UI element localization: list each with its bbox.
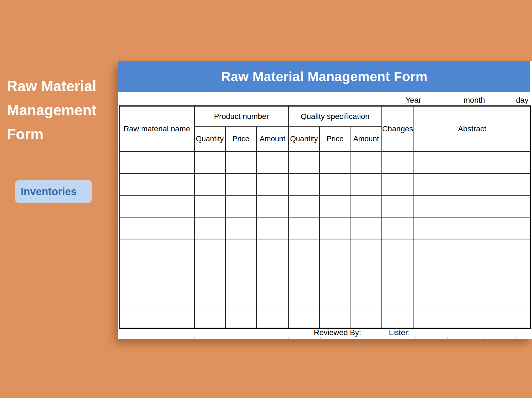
table-cell[interactable] xyxy=(382,196,414,218)
spreadsheet: Raw Material Management Form Year month … xyxy=(118,61,532,339)
month-label: month xyxy=(463,96,485,105)
table-cell[interactable] xyxy=(257,218,289,240)
table-cell[interactable] xyxy=(414,306,531,328)
table-cell[interactable] xyxy=(414,196,531,218)
table-row xyxy=(119,196,531,218)
table-cell[interactable] xyxy=(320,306,351,328)
table-row xyxy=(119,218,531,240)
grid-tick xyxy=(384,337,384,339)
table-cell[interactable] xyxy=(351,306,382,328)
table-cell[interactable] xyxy=(414,284,531,306)
table-cell[interactable] xyxy=(382,152,414,174)
table-cell[interactable] xyxy=(414,152,531,174)
table-cell[interactable] xyxy=(194,262,225,284)
table-cell[interactable] xyxy=(382,306,414,328)
table-cell[interactable] xyxy=(257,152,289,174)
table-cell[interactable] xyxy=(225,240,257,262)
table-cell[interactable] xyxy=(119,306,194,328)
table-cell[interactable] xyxy=(289,240,320,262)
table-cell[interactable] xyxy=(119,240,194,262)
table-cell[interactable] xyxy=(257,284,289,306)
table-cell[interactable] xyxy=(119,196,194,218)
table-cell[interactable] xyxy=(119,284,194,306)
table-cell[interactable] xyxy=(320,284,351,306)
table-cell[interactable] xyxy=(194,218,225,240)
table-cell[interactable] xyxy=(225,306,257,328)
table-cell[interactable] xyxy=(414,174,531,196)
grid-tick xyxy=(415,337,416,339)
table-cell[interactable] xyxy=(351,174,382,196)
table-cell[interactable] xyxy=(382,284,414,306)
table-cell[interactable] xyxy=(225,284,257,306)
table-cell[interactable] xyxy=(225,262,257,284)
table-cell[interactable] xyxy=(414,218,531,240)
date-row: Year month day xyxy=(118,92,530,105)
table-cell[interactable] xyxy=(351,240,382,262)
table-cell[interactable] xyxy=(257,240,289,262)
table-cell[interactable] xyxy=(257,262,289,284)
subheader-qs-amount: Amount xyxy=(351,127,382,152)
table-row xyxy=(119,262,531,284)
header-product-number: Product number xyxy=(194,106,289,127)
table-cell[interactable] xyxy=(351,218,382,240)
table-cell[interactable] xyxy=(414,240,531,262)
table-cell[interactable] xyxy=(225,152,257,174)
table-cell[interactable] xyxy=(257,306,289,328)
table-cell[interactable] xyxy=(320,196,351,218)
table-cell[interactable] xyxy=(351,284,382,306)
table-cell[interactable] xyxy=(289,306,320,328)
hero-title-line-2: Management xyxy=(7,98,96,122)
table-cell[interactable] xyxy=(320,152,351,174)
table-cell[interactable] xyxy=(225,174,257,196)
table-cell[interactable] xyxy=(194,306,225,328)
table-cell[interactable] xyxy=(194,240,225,262)
table-cell[interactable] xyxy=(351,152,382,174)
table-cell[interactable] xyxy=(289,196,320,218)
subheader-pn-amount: Amount xyxy=(257,127,289,152)
grid-tick xyxy=(288,337,289,339)
sheet-footer: Reviewed By: Lister: xyxy=(118,328,530,337)
table-cell[interactable] xyxy=(382,262,414,284)
table-cell[interactable] xyxy=(119,218,194,240)
table-cell[interactable] xyxy=(320,218,351,240)
grid-tick xyxy=(225,337,225,339)
table-cell[interactable] xyxy=(289,284,320,306)
hero-title-line-1: Raw Material xyxy=(7,74,96,98)
inventories-badge-label: Inventories xyxy=(21,186,77,198)
table-cell[interactable] xyxy=(351,262,382,284)
table-cell[interactable] xyxy=(382,218,414,240)
grid-tick xyxy=(484,337,484,339)
table-cell[interactable] xyxy=(194,284,225,306)
table-cell[interactable] xyxy=(289,262,320,284)
lister-label: Lister: xyxy=(389,328,410,337)
table-cell[interactable] xyxy=(289,174,320,196)
table-cell[interactable] xyxy=(289,218,320,240)
grid-tick xyxy=(515,337,516,339)
table-cell[interactable] xyxy=(257,196,289,218)
table-cell[interactable] xyxy=(225,196,257,218)
table-row xyxy=(119,174,531,196)
subheader-pn-quantity: Quantity xyxy=(194,127,225,152)
table-cell[interactable] xyxy=(119,174,194,196)
inventories-badge[interactable]: Inventories xyxy=(15,180,92,203)
header-changes: Changes xyxy=(382,106,414,152)
sheet-bottom-edge xyxy=(118,337,530,339)
table-cell[interactable] xyxy=(225,218,257,240)
table-cell[interactable] xyxy=(194,152,225,174)
table-cell[interactable] xyxy=(257,174,289,196)
table-cell[interactable] xyxy=(289,152,320,174)
table-cell[interactable] xyxy=(119,262,194,284)
table-cell[interactable] xyxy=(351,196,382,218)
table-cell[interactable] xyxy=(320,174,351,196)
table-cell[interactable] xyxy=(320,262,351,284)
hero-title: Raw Material Management Form xyxy=(7,74,96,146)
table-cell[interactable] xyxy=(382,174,414,196)
table-cell[interactable] xyxy=(414,262,531,284)
grid-tick xyxy=(257,337,257,339)
grid-tick xyxy=(320,337,321,339)
table-cell[interactable] xyxy=(382,240,414,262)
table-cell[interactable] xyxy=(194,174,225,196)
table-cell[interactable] xyxy=(320,240,351,262)
table-cell[interactable] xyxy=(119,152,194,174)
table-cell[interactable] xyxy=(194,196,225,218)
